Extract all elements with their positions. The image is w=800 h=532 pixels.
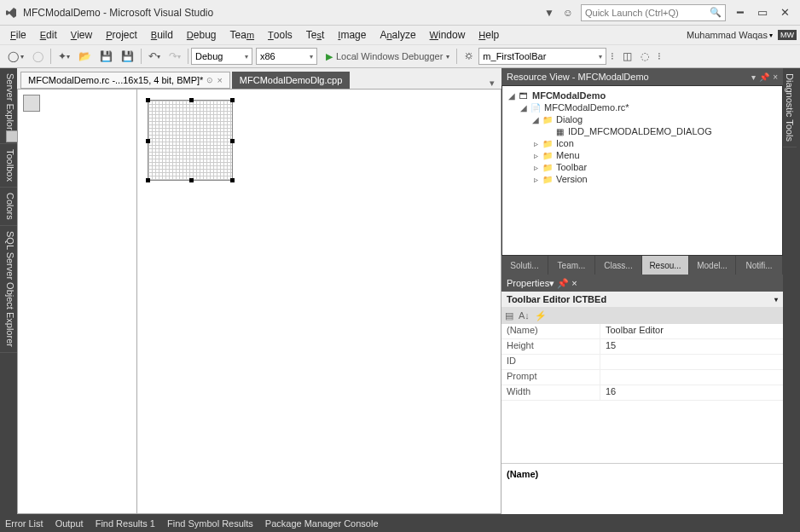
tree-icon[interactable]: ▹📁Icon (507, 137, 777, 149)
tool-palette (18, 90, 137, 513)
tab-pmc[interactable]: Package Manager Console (265, 518, 379, 529)
play-icon: ▶ (326, 51, 333, 62)
feedback-icon[interactable]: ☺ (560, 5, 576, 20)
events-icon[interactable]: ⚡ (535, 310, 547, 321)
platform-dropdown[interactable]: x86▾ (256, 48, 317, 65)
prop-width-value[interactable]: 16 (600, 385, 783, 400)
tree-menu[interactable]: ▹📁Menu (507, 149, 777, 161)
tab-find-results[interactable]: Find Results 1 (96, 518, 155, 529)
maximize-button[interactable]: ▭ (751, 4, 774, 21)
doc-tab-cpp[interactable]: MFCModalDemoDlg.cpp (232, 72, 350, 89)
save-button[interactable]: 💾 (96, 48, 116, 65)
doc-tab-cpp-label: MFCModalDemoDlg.cpp (240, 75, 342, 85)
toolbar-preview-swatch[interactable] (23, 95, 40, 112)
menu-window[interactable]: Window (423, 27, 472, 43)
properties-header: Properties ▾ 📌 × (501, 275, 783, 292)
menu-analyze[interactable]: Analyze (373, 27, 422, 43)
prop-id-value[interactable] (600, 355, 783, 369)
minimize-button[interactable]: ━ (729, 4, 751, 21)
menu-test[interactable]: Test (299, 27, 332, 43)
rail-colors[interactable]: Colors (0, 188, 17, 226)
palette-swatch-icon (6, 130, 18, 142)
menu-project[interactable]: Project (99, 27, 144, 43)
menu-debug[interactable]: Debug (180, 27, 223, 43)
tree-project[interactable]: ◢🗔MFCModalDemo (507, 90, 777, 101)
quick-launch[interactable]: 🔍 (581, 4, 726, 21)
funnel-icon[interactable]: ▼ (542, 5, 557, 20)
rail-diagnostic-tools[interactable]: Diagnostic Tools (783, 68, 797, 147)
rtab-notif[interactable]: Notifi... (736, 256, 783, 275)
alpha-sort-icon[interactable]: A↓ (519, 310, 530, 321)
tool-d-icon[interactable]: ⁝ (654, 48, 664, 65)
menu-edit[interactable]: Edit (33, 27, 64, 43)
resource-tree[interactable]: ◢🗔MFCModalDemo ◢📄MFCModalDemo.rc* ◢📁Dial… (501, 85, 783, 256)
properties-title: Properties (507, 278, 549, 288)
menu-team[interactable]: Team (223, 27, 262, 43)
tab-find-symbol[interactable]: Find Symbol Results (167, 518, 253, 529)
rtab-team[interactable]: Team... (548, 256, 595, 275)
prop-id-name: ID (501, 355, 600, 369)
menu-help[interactable]: Help (472, 27, 506, 43)
bitmap-canvas[interactable] (137, 90, 501, 513)
prop-height-value[interactable]: 15 (600, 339, 783, 354)
prop-name-value[interactable]: Toolbar Editor (600, 324, 783, 338)
tree-dialog-id[interactable]: ▦IDD_MFCMODALDEMO_DIALOG (507, 125, 777, 137)
title-bar: MFCModalDemo - Microsoft Visual Studio ▼… (0, 0, 800, 26)
config-dropdown[interactable]: Debug▾ (191, 48, 252, 65)
tab-error-list[interactable]: Error List (5, 518, 43, 529)
rail-sql-explorer[interactable]: SQL Server Object Explorer (0, 226, 17, 353)
window-position-icon[interactable]: ▾ (549, 278, 554, 288)
doc-tab-menu-icon[interactable]: ▾ (486, 78, 498, 89)
resource-view-header: Resource View - MFCModalDemo ▾ 📌 × (501, 68, 783, 85)
close-tab-icon[interactable]: × (217, 75, 222, 85)
tool-b-icon[interactable]: ◫ (619, 48, 635, 65)
rtab-solution[interactable]: Soluti... (501, 256, 548, 275)
menu-tools[interactable]: Tools (261, 27, 299, 43)
nav-fwd-button[interactable]: ◯ (29, 48, 47, 65)
menu-file[interactable]: File (3, 27, 33, 43)
menu-view[interactable]: View (64, 27, 99, 43)
build-events-icon[interactable]: ⛭ (461, 48, 478, 65)
rtab-resource[interactable]: Resou... (642, 256, 689, 275)
tab-output[interactable]: Output (55, 518, 84, 529)
close-button[interactable]: ✕ (774, 4, 796, 21)
rtab-class[interactable]: Class... (595, 256, 642, 275)
quick-launch-input[interactable] (585, 8, 710, 18)
user-caret-icon[interactable]: ▾ (769, 32, 773, 39)
pin-pane-icon[interactable]: 📌 (759, 72, 769, 82)
save-all-button[interactable]: 💾 (118, 48, 137, 65)
user-badge[interactable]: MW (778, 30, 797, 40)
undo-button[interactable]: ↶ ▾ (145, 48, 164, 65)
tree-version[interactable]: ▹📁Version (507, 173, 777, 185)
tree-dialog-folder[interactable]: ◢📁Dialog (507, 113, 777, 125)
menu-build[interactable]: Build (144, 27, 180, 43)
main-area: Server Explorer Toolbox Colors SQL Serve… (0, 68, 800, 514)
pin-icon[interactable]: ⊙ (206, 76, 213, 84)
member-dropdown[interactable]: m_FirstToolBar▾ (478, 48, 606, 65)
close-pane-icon[interactable]: × (571, 278, 577, 288)
rail-toolbox[interactable]: Toolbox (0, 144, 17, 188)
prop-prompt-name: Prompt (501, 370, 600, 385)
window-position-icon[interactable]: ▾ (751, 72, 756, 82)
redo-button[interactable]: ↷ ▾ (165, 48, 184, 65)
nav-back-button[interactable]: ◯ ▾ (4, 48, 27, 65)
tool-a-icon[interactable]: ⁝ (607, 48, 617, 65)
new-project-button[interactable]: ✦ ▾ (55, 48, 73, 65)
rtab-model[interactable]: Model... (689, 256, 736, 275)
start-debug-button[interactable]: ▶ Local Windows Debugger ▾ (322, 48, 453, 65)
menu-image[interactable]: Image (331, 27, 373, 43)
close-pane-icon[interactable]: × (773, 72, 778, 82)
prop-prompt-value[interactable] (600, 370, 783, 385)
user-name[interactable]: Muhammad Waqas (687, 30, 768, 40)
categorize-icon[interactable]: ▤ (505, 310, 513, 321)
right-pane: Resource View - MFCModalDemo ▾ 📌 × ◢🗔MFC… (501, 68, 783, 514)
open-file-button[interactable]: 📂 (75, 48, 95, 65)
properties-grid[interactable]: (Name)Toolbar Editor Height15 ID Prompt … (501, 324, 783, 463)
tree-rc[interactable]: ◢📄MFCModalDemo.rc* (507, 101, 777, 113)
tree-toolbar[interactable]: ▹📁Toolbar (507, 161, 777, 173)
bitmap-grid[interactable] (148, 100, 233, 181)
doc-tab-rc[interactable]: MFCModalDemo.rc -...16x15, 4 bit, BMP]* … (20, 72, 230, 89)
pin-pane-icon[interactable]: 📌 (557, 278, 569, 288)
tool-c-icon[interactable]: ◌ (637, 48, 652, 65)
properties-object-selector[interactable]: Toolbar Editor ICTBEd▾ (501, 292, 783, 307)
